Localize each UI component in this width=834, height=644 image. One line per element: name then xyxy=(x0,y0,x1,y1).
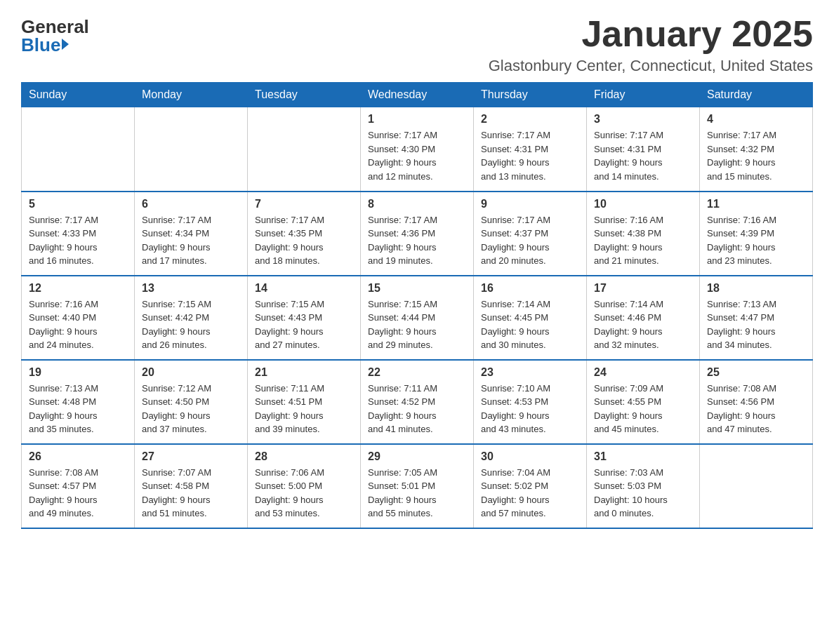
calendar-week-row: 19Sunrise: 7:13 AM Sunset: 4:48 PM Dayli… xyxy=(22,360,813,444)
calendar-cell: 24Sunrise: 7:09 AM Sunset: 4:55 PM Dayli… xyxy=(587,360,700,444)
day-number: 21 xyxy=(255,366,353,379)
day-number: 17 xyxy=(594,282,692,295)
day-number: 10 xyxy=(594,198,692,210)
weekday-header-thursday: Thursday xyxy=(474,83,587,107)
weekday-header-wednesday: Wednesday xyxy=(361,83,474,107)
day-number: 24 xyxy=(594,366,692,379)
calendar-week-row: 1Sunrise: 7:17 AM Sunset: 4:30 PM Daylig… xyxy=(22,107,813,192)
day-number: 20 xyxy=(142,366,240,379)
calendar-cell: 15Sunrise: 7:15 AM Sunset: 4:44 PM Dayli… xyxy=(361,276,474,360)
calendar-cell: 18Sunrise: 7:13 AM Sunset: 4:47 PM Dayli… xyxy=(700,276,813,360)
day-info: Sunrise: 7:07 AM Sunset: 4:58 PM Dayligh… xyxy=(142,466,240,521)
calendar-week-row: 5Sunrise: 7:17 AM Sunset: 4:33 PM Daylig… xyxy=(22,192,813,276)
day-info: Sunrise: 7:09 AM Sunset: 4:55 PM Dayligh… xyxy=(594,382,692,436)
calendar-table: SundayMondayTuesdayWednesdayThursdayFrid… xyxy=(21,82,813,529)
calendar-body: 1Sunrise: 7:17 AM Sunset: 4:30 PM Daylig… xyxy=(22,107,813,528)
day-info: Sunrise: 7:04 AM Sunset: 5:02 PM Dayligh… xyxy=(481,466,579,521)
day-number: 27 xyxy=(142,450,240,463)
calendar-cell: 26Sunrise: 7:08 AM Sunset: 4:57 PM Dayli… xyxy=(22,444,135,528)
day-info: Sunrise: 7:16 AM Sunset: 4:40 PM Dayligh… xyxy=(29,297,127,352)
day-number: 14 xyxy=(255,282,353,295)
calendar-cell: 6Sunrise: 7:17 AM Sunset: 4:34 PM Daylig… xyxy=(135,192,248,276)
day-number: 4 xyxy=(707,113,805,126)
calendar-cell: 29Sunrise: 7:05 AM Sunset: 5:01 PM Dayli… xyxy=(361,444,474,528)
calendar-cell: 9Sunrise: 7:17 AM Sunset: 4:37 PM Daylig… xyxy=(474,192,587,276)
day-info: Sunrise: 7:10 AM Sunset: 4:53 PM Dayligh… xyxy=(481,382,579,436)
calendar-cell: 31Sunrise: 7:03 AM Sunset: 5:03 PM Dayli… xyxy=(587,444,700,528)
calendar-cell: 28Sunrise: 7:06 AM Sunset: 5:00 PM Dayli… xyxy=(248,444,361,528)
calendar-cell xyxy=(22,107,135,192)
calendar-cell: 27Sunrise: 7:07 AM Sunset: 4:58 PM Dayli… xyxy=(135,444,248,528)
day-info: Sunrise: 7:17 AM Sunset: 4:31 PM Dayligh… xyxy=(481,128,579,183)
day-number: 31 xyxy=(594,450,692,463)
calendar-cell: 1Sunrise: 7:17 AM Sunset: 4:30 PM Daylig… xyxy=(361,107,474,192)
calendar-cell: 19Sunrise: 7:13 AM Sunset: 4:48 PM Dayli… xyxy=(22,360,135,444)
weekday-header-sunday: Sunday xyxy=(22,83,135,107)
day-number: 8 xyxy=(368,198,466,210)
day-info: Sunrise: 7:17 AM Sunset: 4:31 PM Dayligh… xyxy=(594,128,692,183)
calendar-cell: 14Sunrise: 7:15 AM Sunset: 4:43 PM Dayli… xyxy=(248,276,361,360)
calendar-cell: 2Sunrise: 7:17 AM Sunset: 4:31 PM Daylig… xyxy=(474,107,587,192)
calendar-cell xyxy=(248,107,361,192)
day-info: Sunrise: 7:15 AM Sunset: 4:44 PM Dayligh… xyxy=(368,297,466,352)
day-info: Sunrise: 7:11 AM Sunset: 4:51 PM Dayligh… xyxy=(255,382,353,436)
day-info: Sunrise: 7:17 AM Sunset: 4:37 PM Dayligh… xyxy=(481,213,579,268)
calendar-cell: 30Sunrise: 7:04 AM Sunset: 5:02 PM Dayli… xyxy=(474,444,587,528)
day-number: 18 xyxy=(707,282,805,295)
day-number: 3 xyxy=(594,113,692,126)
day-info: Sunrise: 7:08 AM Sunset: 4:56 PM Dayligh… xyxy=(707,382,805,436)
day-info: Sunrise: 7:17 AM Sunset: 4:36 PM Dayligh… xyxy=(368,213,466,268)
calendar-cell: 21Sunrise: 7:11 AM Sunset: 4:51 PM Dayli… xyxy=(248,360,361,444)
logo-blue-text: Blue xyxy=(21,36,69,54)
day-number: 16 xyxy=(481,282,579,295)
day-number: 23 xyxy=(481,366,579,379)
header: General Blue January 2025 Glastonbury Ce… xyxy=(21,14,813,75)
calendar-cell: 17Sunrise: 7:14 AM Sunset: 4:46 PM Dayli… xyxy=(587,276,700,360)
day-number: 30 xyxy=(481,450,579,463)
day-info: Sunrise: 7:03 AM Sunset: 5:03 PM Dayligh… xyxy=(594,466,692,521)
day-number: 25 xyxy=(707,366,805,379)
day-info: Sunrise: 7:17 AM Sunset: 4:34 PM Dayligh… xyxy=(142,213,240,268)
day-info: Sunrise: 7:17 AM Sunset: 4:33 PM Dayligh… xyxy=(29,213,127,268)
day-info: Sunrise: 7:13 AM Sunset: 4:48 PM Dayligh… xyxy=(29,382,127,436)
calendar-header: SundayMondayTuesdayWednesdayThursdayFrid… xyxy=(22,83,813,107)
day-info: Sunrise: 7:14 AM Sunset: 4:45 PM Dayligh… xyxy=(481,297,579,352)
day-info: Sunrise: 7:11 AM Sunset: 4:52 PM Dayligh… xyxy=(368,382,466,436)
calendar-cell xyxy=(700,444,813,528)
day-number: 29 xyxy=(368,450,466,463)
day-info: Sunrise: 7:16 AM Sunset: 4:38 PM Dayligh… xyxy=(594,213,692,268)
calendar-cell: 5Sunrise: 7:17 AM Sunset: 4:33 PM Daylig… xyxy=(22,192,135,276)
title-area: January 2025 Glastonbury Center, Connect… xyxy=(489,14,813,75)
day-info: Sunrise: 7:15 AM Sunset: 4:42 PM Dayligh… xyxy=(142,297,240,352)
day-info: Sunrise: 7:17 AM Sunset: 4:30 PM Dayligh… xyxy=(368,128,466,183)
day-info: Sunrise: 7:15 AM Sunset: 4:43 PM Dayligh… xyxy=(255,297,353,352)
day-number: 19 xyxy=(29,366,127,379)
month-year-title: January 2025 xyxy=(489,14,813,54)
day-number: 2 xyxy=(481,113,579,126)
calendar-cell: 4Sunrise: 7:17 AM Sunset: 4:32 PM Daylig… xyxy=(700,107,813,192)
calendar-cell: 23Sunrise: 7:10 AM Sunset: 4:53 PM Dayli… xyxy=(474,360,587,444)
day-info: Sunrise: 7:17 AM Sunset: 4:35 PM Dayligh… xyxy=(255,213,353,268)
day-number: 6 xyxy=(142,198,240,210)
calendar-cell: 22Sunrise: 7:11 AM Sunset: 4:52 PM Dayli… xyxy=(361,360,474,444)
day-number: 1 xyxy=(368,113,466,126)
day-info: Sunrise: 7:14 AM Sunset: 4:46 PM Dayligh… xyxy=(594,297,692,352)
weekday-header-monday: Monday xyxy=(135,83,248,107)
calendar-week-row: 26Sunrise: 7:08 AM Sunset: 4:57 PM Dayli… xyxy=(22,444,813,528)
location-subtitle: Glastonbury Center, Connecticut, United … xyxy=(489,57,813,75)
day-info: Sunrise: 7:13 AM Sunset: 4:47 PM Dayligh… xyxy=(707,297,805,352)
day-number: 15 xyxy=(368,282,466,295)
logo-general-text: General xyxy=(21,18,89,36)
day-number: 5 xyxy=(29,198,127,210)
calendar-cell: 8Sunrise: 7:17 AM Sunset: 4:36 PM Daylig… xyxy=(361,192,474,276)
logo-arrow-icon xyxy=(62,39,69,50)
day-info: Sunrise: 7:08 AM Sunset: 4:57 PM Dayligh… xyxy=(29,466,127,521)
weekday-header-friday: Friday xyxy=(587,83,700,107)
weekday-header-saturday: Saturday xyxy=(700,83,813,107)
day-info: Sunrise: 7:16 AM Sunset: 4:39 PM Dayligh… xyxy=(707,213,805,268)
calendar-cell: 3Sunrise: 7:17 AM Sunset: 4:31 PM Daylig… xyxy=(587,107,700,192)
calendar-cell: 12Sunrise: 7:16 AM Sunset: 4:40 PM Dayli… xyxy=(22,276,135,360)
day-number: 28 xyxy=(255,450,353,463)
weekday-row: SundayMondayTuesdayWednesdayThursdayFrid… xyxy=(22,83,813,107)
day-number: 9 xyxy=(481,198,579,210)
